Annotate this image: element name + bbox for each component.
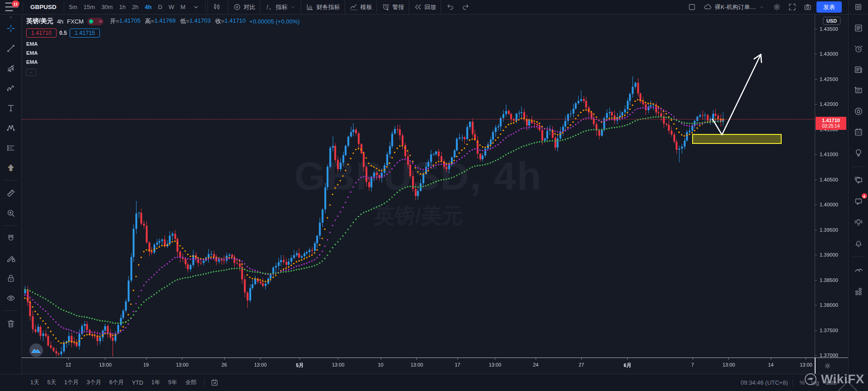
- range-button[interactable]: 5年: [164, 374, 181, 391]
- lock-all-icon[interactable]: [2, 270, 20, 286]
- watchlist-panel-toggle[interactable]: [852, 1, 865, 14]
- compare-button[interactable]: 对比: [228, 0, 260, 14]
- legend-interval[interactable]: 4h: [57, 18, 63, 25]
- time-axis[interactable]: 1213:001913:002613:005月13:001013:001713:…: [22, 358, 815, 374]
- time-axis-label: 24: [533, 358, 538, 367]
- range-button[interactable]: 3个月: [83, 374, 105, 391]
- financials-button[interactable]: 财务指标: [301, 0, 344, 14]
- hotlist-icon[interactable]: [850, 103, 867, 119]
- ruler-icon[interactable]: [2, 185, 20, 201]
- cloud-layout-button[interactable]: 裸K-机构订单…: [701, 1, 768, 14]
- trash-icon[interactable]: [2, 315, 20, 332]
- highlight-rectangle-drawing[interactable]: [692, 134, 782, 144]
- price-axis[interactable]: USD 1.435001.430001.425001.420001.415001…: [815, 14, 848, 358]
- redo-button[interactable]: [458, 0, 473, 14]
- currency-badge[interactable]: USD: [823, 17, 840, 25]
- range-button[interactable]: 6个月: [105, 374, 128, 391]
- scale-toggle-button[interactable]: log: [809, 379, 821, 386]
- calendar-icon[interactable]: [850, 124, 867, 140]
- idea-icon[interactable]: [850, 145, 867, 161]
- sidebar-divider: [852, 167, 865, 167]
- timeframe-button[interactable]: [189, 0, 203, 14]
- range-button[interactable]: 1个月: [60, 374, 83, 391]
- hide-all-icon[interactable]: [2, 290, 20, 306]
- range-button[interactable]: YTD: [128, 374, 147, 391]
- price-change: +0.00005 (+0.00%): [250, 18, 300, 25]
- layout-select-button[interactable]: [685, 1, 698, 14]
- crosshair-icon[interactable]: [2, 20, 20, 37]
- private-chat-icon[interactable]: 4: [850, 193, 867, 210]
- range-button[interactable]: 5天: [43, 374, 60, 391]
- wave-pattern-icon[interactable]: [2, 80, 20, 96]
- timeframe-button[interactable]: M: [177, 0, 189, 14]
- timeframe-button[interactable]: D: [155, 0, 165, 14]
- buy-price-button[interactable]: 1.41715: [70, 29, 100, 38]
- timeframe-button[interactable]: 5m: [66, 0, 80, 14]
- legend-pair[interactable]: 英镑/美元: [26, 17, 53, 25]
- timeframe-button[interactable]: 1h: [116, 0, 128, 14]
- snapshot-button[interactable]: [801, 1, 814, 14]
- arrow-up-icon[interactable]: [2, 159, 20, 176]
- publish-button[interactable]: 发表: [816, 1, 842, 13]
- last-price-line: [22, 119, 815, 119]
- range-button[interactable]: 全部: [181, 374, 201, 391]
- symbol-button[interactable]: GBPUSD: [25, 4, 62, 10]
- settings-button[interactable]: [770, 1, 783, 14]
- timeframe-button[interactable]: 2h: [129, 0, 142, 14]
- timeframe-button[interactable]: 4h: [142, 0, 155, 14]
- watchlist-icon[interactable]: [850, 20, 867, 36]
- main-menu-button[interactable]: 11: [3, 0, 21, 14]
- range-button[interactable]: 1年: [147, 374, 164, 391]
- idea-stream-icon[interactable]: [850, 214, 867, 230]
- goto-date-button[interactable]: [208, 377, 221, 389]
- draw-unlock-icon[interactable]: [2, 250, 20, 267]
- timeframe-button[interactable]: 30m: [98, 0, 116, 14]
- news-icon[interactable]: [850, 62, 867, 78]
- chart-tools-group: 对比ƒx指标财务指标模板警报回放: [208, 0, 441, 14]
- scale-toggle-button[interactable]: auto: [823, 379, 839, 386]
- separator: [23, 2, 23, 12]
- timeframe-button[interactable]: 15m: [80, 0, 98, 14]
- object-tree-icon[interactable]: [850, 283, 867, 300]
- toolbar-divider: [4, 310, 18, 311]
- template-button[interactable]: 模板: [344, 0, 377, 14]
- market-status-toggle[interactable]: ≈: [87, 18, 104, 25]
- data-window-icon[interactable]: [850, 82, 867, 99]
- price-axis-label: 1.38000: [815, 302, 848, 308]
- time-axis-label: 13:00: [99, 358, 112, 367]
- axis-tick: [536, 358, 536, 360]
- timeframe-button[interactable]: W: [165, 0, 177, 14]
- alarm-clock-icon[interactable]: [850, 41, 867, 57]
- sidebar-divider: [852, 257, 865, 257]
- trend-line-icon[interactable]: [2, 40, 20, 57]
- ema-indicator-label[interactable]: EMA: [26, 50, 300, 56]
- ema-indicator-label[interactable]: EMA: [26, 41, 300, 47]
- legend-exchange[interactable]: FXCM: [67, 18, 84, 25]
- fib-retracement-icon[interactable]: [2, 60, 20, 76]
- alert-button[interactable]: 警报: [377, 0, 409, 14]
- undo-button[interactable]: [443, 0, 458, 14]
- fullscreen-button[interactable]: [786, 1, 798, 14]
- double-chevron-icon[interactable]: [850, 262, 867, 279]
- magnet-icon[interactable]: [2, 230, 20, 247]
- range-button[interactable]: 1天: [26, 374, 43, 391]
- xabcd-pattern-icon[interactable]: [2, 119, 20, 136]
- legend-collapse-button[interactable]: [26, 69, 36, 76]
- candle-chart-button[interactable]: [208, 0, 228, 14]
- zoom-in-icon[interactable]: [2, 205, 20, 221]
- fx-icon: ƒx: [265, 3, 274, 11]
- scale-toggle-button[interactable]: %: [797, 379, 807, 386]
- chat-icon[interactable]: [850, 172, 867, 189]
- fx-button[interactable]: ƒx指标: [260, 0, 301, 14]
- time-axis-label: 27: [579, 358, 584, 367]
- clock[interactable]: 09:34:46 (UTC+8): [741, 379, 788, 386]
- ema-indicator-label[interactable]: EMA: [26, 59, 300, 65]
- replay-button[interactable]: 回放: [409, 0, 441, 14]
- axis-tick: [68, 358, 69, 360]
- bell-icon[interactable]: [850, 235, 867, 251]
- sell-price-button[interactable]: 1.41710: [26, 29, 57, 38]
- chart-logo-button[interactable]: [28, 342, 44, 358]
- forecast-icon[interactable]: [2, 139, 20, 156]
- text-tool-icon[interactable]: [2, 100, 20, 116]
- timezone-sun-icon[interactable]: [821, 360, 834, 372]
